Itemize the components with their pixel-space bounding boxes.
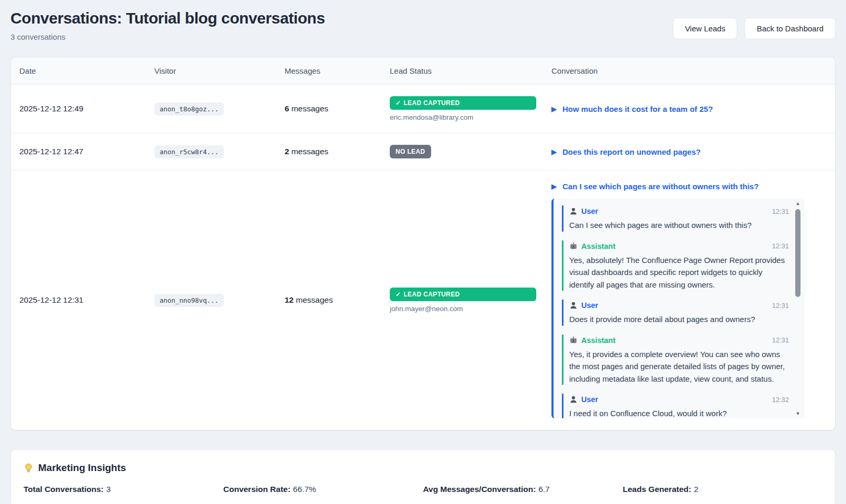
row-date: 2025-12-12 12:49 xyxy=(11,93,146,125)
insights-header: Marketing Insights xyxy=(24,462,822,474)
conversation-collapse-link[interactable]: ▶ Can I see which pages are without owne… xyxy=(551,182,827,191)
table-row-expanded: 2025-12-12 12:31 anon_nno98vq... 12 mess… xyxy=(11,170,835,430)
expand-triangle-icon: ▶ xyxy=(551,148,557,155)
chat-transcript-panel[interactable]: User 12:31 Can I see which pages are wit… xyxy=(551,199,805,418)
row-date: 2025-12-12 12:47 xyxy=(11,135,146,168)
stat-total-conversations: Total Conversations:3 xyxy=(24,485,223,494)
column-header-visitor: Visitor xyxy=(146,58,276,84)
page-header-text: Conversations: Tutorial blog conversatio… xyxy=(10,7,325,41)
lead-email: eric.mendosa@library.com xyxy=(390,113,535,121)
view-leads-button[interactable]: View Leads xyxy=(673,18,737,39)
message-time: 12:31 xyxy=(772,208,789,215)
message-text: Yes, it provides a complete overview! Yo… xyxy=(569,348,789,385)
robot-icon xyxy=(569,242,578,250)
message-text: Can I see which pages are without owners… xyxy=(569,219,789,232)
conversation-title: Does this report on unowned pages? xyxy=(562,147,701,156)
message-time: 12:31 xyxy=(772,302,789,310)
row-lead-status-cell: NO LEAD xyxy=(381,133,543,170)
message-time: 12:32 xyxy=(772,396,789,404)
stat-avg-messages: Avg Messages/Conversation:6.7 xyxy=(423,485,623,494)
conversation-title: How much does it cost for a team of 25? xyxy=(562,105,713,113)
page-title: Conversations: Tutorial blog conversatio… xyxy=(10,9,325,27)
no-lead-badge: NO LEAD xyxy=(390,145,431,158)
row-visitor-cell: anon_t8o8goz... xyxy=(146,91,276,127)
marketing-insights-card: Marketing Insights Total Conversations:3… xyxy=(10,449,836,504)
row-lead-status-cell: ✓LEAD CAPTURED john.mayer@neon.com xyxy=(381,276,543,324)
message-role-label: User xyxy=(581,207,598,215)
conversation-expand-link[interactable]: ▶ Does this report on unowned pages? xyxy=(551,147,827,156)
check-icon: ✓ xyxy=(396,99,401,107)
chat-message-user: User 12:31 Can I see which pages are wit… xyxy=(562,205,789,232)
stat-leads-generated: Leads Generated:2 xyxy=(623,485,822,494)
visitor-id-chip: anon_t8o8goz... xyxy=(154,102,224,116)
visitor-id-chip: anon_r5cw8r4... xyxy=(154,145,224,158)
lead-email: john.mayer@neon.com xyxy=(390,305,535,313)
row-messages-cell: 6 messages xyxy=(276,93,381,125)
expand-triangle-icon: ▶ xyxy=(551,106,557,112)
user-icon xyxy=(569,395,578,404)
scroll-down-icon[interactable]: ▼ xyxy=(796,411,800,416)
row-date: 2025-12-12 12:31 xyxy=(11,284,146,316)
chat-message-user: User 12:31 Does it provide more detail a… xyxy=(562,300,789,326)
chat-message-assistant: Assistant 12:31 Yes, it provides a compl… xyxy=(562,335,789,385)
stat-conversion-rate: Conversion Rate:66.7% xyxy=(223,485,423,494)
column-header-date: Date xyxy=(11,58,146,84)
row-visitor-cell: anon_r5cw8r4... xyxy=(146,134,276,170)
expand-triangle-icon: ▶ xyxy=(551,183,557,190)
column-header-conversation: Conversation xyxy=(543,58,835,84)
page-header: Conversations: Tutorial blog conversatio… xyxy=(10,7,836,41)
user-icon xyxy=(569,207,578,215)
row-conversation-cell: ▶ How much does it cost for a team of 25… xyxy=(543,93,835,125)
message-text: Yes, absolutely! The Confluence Page Own… xyxy=(569,254,789,291)
conversations-page: Conversations: Tutorial blog conversatio… xyxy=(0,0,846,504)
message-text: Does it provide more detail about pages … xyxy=(569,313,789,326)
lead-captured-badge: ✓LEAD CAPTURED xyxy=(390,96,536,110)
conversations-table: Date Visitor Messages Lead Status Conver… xyxy=(10,57,836,430)
message-count: 2 xyxy=(285,147,289,156)
table-header-row: Date Visitor Messages Lead Status Conver… xyxy=(11,58,835,85)
row-visitor-cell: anon_nno98vq... xyxy=(146,282,276,318)
table-row: 2025-12-12 12:47 anon_r5cw8r4... 2 messa… xyxy=(11,133,835,170)
row-messages-cell: 2 messages xyxy=(276,135,381,168)
lead-captured-badge: ✓LEAD CAPTURED xyxy=(390,288,536,301)
scrollbar-track[interactable] xyxy=(795,206,800,411)
visitor-id-chip: anon_nno98vq... xyxy=(154,294,224,307)
table-row: 2025-12-12 12:49 anon_t8o8goz... 6 messa… xyxy=(11,85,835,133)
message-unit: messages xyxy=(291,147,329,156)
conversation-count: 3 conversations xyxy=(10,32,325,41)
row-lead-status-cell: ✓LEAD CAPTURED eric.mendosa@library.com xyxy=(381,85,543,133)
chat-message-assistant: Assistant 12:31 Yes, absolutely! The Con… xyxy=(562,240,789,291)
chat-scrollbar[interactable]: ▲ ▼ xyxy=(795,201,801,416)
conversation-title: Can I see which pages are without owners… xyxy=(562,182,759,191)
message-role-label: User xyxy=(581,395,598,404)
message-role-label: Assistant xyxy=(581,336,615,345)
message-time: 12:31 xyxy=(772,242,789,250)
chat-message-user: User 12:32 I need it on Confluence Cloud… xyxy=(562,394,789,418)
column-header-messages: Messages xyxy=(276,58,381,84)
scroll-up-icon[interactable]: ▲ xyxy=(796,201,800,206)
insights-title: Marketing Insights xyxy=(38,462,126,474)
row-conversation-cell: ▶ Can I see which pages are without owne… xyxy=(543,170,835,430)
row-messages-cell: 12 messages xyxy=(276,284,381,316)
back-to-dashboard-button[interactable]: Back to Dashboard xyxy=(745,18,836,39)
message-count: 6 xyxy=(285,104,289,113)
insights-stats: Total Conversations:3 Conversion Rate:66… xyxy=(24,485,822,494)
column-header-lead-status: Lead Status xyxy=(381,58,543,84)
message-time: 12:31 xyxy=(772,336,789,344)
message-role-label: Assistant xyxy=(581,242,615,250)
user-icon xyxy=(569,301,578,310)
scrollbar-thumb[interactable] xyxy=(795,209,800,297)
row-conversation-cell: ▶ Does this report on unowned pages? xyxy=(543,136,835,168)
message-unit: messages xyxy=(296,295,333,304)
message-count: 12 xyxy=(285,295,294,304)
conversation-expand-link[interactable]: ▶ How much does it cost for a team of 25… xyxy=(551,105,827,113)
message-text: I need it on Confluence Cloud, would it … xyxy=(569,407,789,418)
message-role-label: User xyxy=(581,301,598,310)
robot-icon xyxy=(569,336,578,345)
lightbulb-icon xyxy=(24,463,33,473)
header-actions: View Leads Back to Dashboard xyxy=(673,18,836,39)
message-unit: messages xyxy=(291,104,329,113)
check-icon: ✓ xyxy=(396,291,401,298)
